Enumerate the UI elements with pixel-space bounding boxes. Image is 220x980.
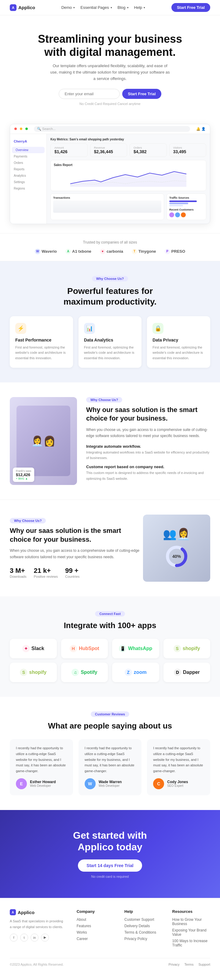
sidebar-item-payments[interactable]: Payments: [10, 153, 46, 160]
shopify-2-logo: S shopify: [20, 669, 46, 676]
integration-zoom: Z zoom: [112, 663, 159, 682]
navigation: A Applico Demo▾ Essential Pages▾ Blog▾ H…: [0, 0, 220, 15]
cta-note: No credit card is required: [10, 875, 210, 878]
donut-label: 40%: [172, 554, 181, 559]
saas1-image-inner: 👩‍💼👩 Frank's sass $12,426 + $641 ▲: [10, 397, 77, 485]
footer-privacy-link[interactable]: Privacy: [168, 963, 179, 966]
footer-col-help-title: Help: [124, 909, 162, 914]
hero-cta-button[interactable]: Start Free Trial: [122, 89, 161, 99]
feature-card-privacy: 🔒 Data Privacy First and foremost, optim…: [147, 316, 210, 368]
footer-link-privacy[interactable]: Privacy Policy: [124, 937, 162, 941]
footer-linkedin-icon[interactable]: in: [30, 934, 38, 942]
a1txbone-icon: A: [65, 249, 71, 254]
saas1-tag: Why Choose Us?: [86, 397, 122, 402]
zoom-icon: Z: [125, 669, 132, 676]
dash-topbar-icons: 🔔 👤: [196, 127, 206, 131]
dash-sidebar: CherryA Overview Payments Orders Reports…: [10, 134, 47, 224]
nav-blog[interactable]: Blog▾: [118, 5, 129, 10]
fast-performance-icon: ⚡: [15, 323, 26, 334]
review-text-1: I recently had the opportunity to utiliz…: [16, 745, 67, 774]
logo-preso: P PRESO: [165, 249, 185, 254]
dash-transactions: Transactions: [50, 194, 164, 220]
max-dot: [26, 127, 28, 130]
footer-link-works[interactable]: Works: [77, 930, 115, 934]
footer-link-career[interactable]: Career: [77, 937, 115, 941]
footer-twitter-icon[interactable]: t: [20, 934, 28, 942]
footer-facebook-icon[interactable]: f: [10, 934, 18, 942]
footer-col-help-links: Customer Support Delivery Details Terms …: [124, 918, 162, 941]
sidebar-item-overview[interactable]: Overview: [12, 147, 45, 153]
nav-demo[interactable]: Demo▾: [61, 5, 75, 10]
sidebar-item-orders[interactable]: Orders: [10, 160, 46, 166]
footer-youtube-icon[interactable]: ▶: [41, 934, 49, 942]
footer-logo-icon: A: [10, 909, 16, 915]
logo[interactable]: A Applico: [10, 4, 35, 11]
logo-tinygone: T Tinygone: [132, 249, 156, 254]
traffic-title: Traffic Sources: [169, 196, 204, 199]
footer-link-about[interactable]: About: [77, 918, 115, 922]
nav-help[interactable]: Help▾: [134, 5, 145, 10]
footer-support-link[interactable]: Support: [198, 963, 210, 966]
cta-button[interactable]: Start 14 days Free Trial: [78, 859, 142, 872]
transactions-table: [53, 200, 161, 213]
saas1-feature-desc-1: Integrating automated workflows into a S…: [86, 450, 210, 461]
nav-cta-button[interactable]: Start Free Trial: [171, 3, 210, 12]
saas2-stat-countries: 99 + Countries: [65, 567, 80, 578]
shopify-1-logo: S shopify: [174, 645, 200, 652]
saas1-headline: Why our saas solution is the smart choic…: [86, 406, 210, 423]
review-text-3: I recently had the opportunity to utiliz…: [153, 745, 204, 774]
transactions-title: Transactions: [53, 196, 161, 199]
saas2-image-inner: 👥👩‍💼 40%: [143, 515, 210, 582]
dash-chart-area: Sales Report: [50, 160, 206, 191]
saas1-feature-1: Integrate automate workflow. Integrating…: [86, 444, 210, 461]
footer-link-features[interactable]: Features: [77, 924, 115, 928]
sidebar-item-analytics[interactable]: Analytics: [10, 172, 46, 179]
footer-brand-desc: A SaaS that specializes in providing a r…: [10, 918, 65, 930]
footer-link-traffic[interactable]: 100 Ways to Increase Traffic: [172, 939, 210, 947]
saas1-feature-desc-2: This custom report is designed to addres…: [86, 470, 210, 481]
saas2-stat-downloads: 3 M+ Downloads: [10, 567, 26, 578]
reviews-headline: What are people saying about us: [10, 721, 210, 731]
dash-stats: Amount $1,426 Revenue $2,36,445 Orders $…: [50, 143, 206, 157]
dash-logo: CherryA: [10, 137, 46, 147]
footer-logo: A Applico: [10, 909, 67, 915]
sidebar-item-settings[interactable]: Settings: [10, 179, 46, 185]
trusted-logos: W Waverio A A1 txbone ♥ carbonia T Tinyg…: [10, 249, 210, 254]
footer-link-terms[interactable]: Terms & Conditions: [124, 930, 162, 934]
trusted-section: Trusted by companies of all sizes W Wave…: [0, 233, 220, 261]
cta-headline: Get started with Applico today: [10, 829, 210, 853]
footer-link-support[interactable]: Customer Support: [124, 918, 162, 922]
footer-col-help: Help Customer Support Delivery Details T…: [124, 909, 162, 950]
hero-note: No Credit Card Required Cancel anytime: [18, 102, 202, 106]
dapper-logo: D Dapper: [174, 669, 200, 676]
donut-chart: 40%: [164, 544, 189, 569]
data-analytics-icon: 📊: [84, 323, 95, 334]
nav-links: Demo▾ Essential Pages▾ Blog▾ Help▾: [61, 5, 145, 10]
dapper-icon: D: [174, 669, 181, 676]
hero-email-input[interactable]: [59, 89, 120, 99]
reviewer-3: C Cody Jones SEO Expert: [153, 778, 204, 789]
footer-col-company-links: About Features Works Career: [77, 918, 115, 941]
sidebar-item-regions[interactable]: Regions: [10, 185, 46, 192]
footer-link-brand[interactable]: Exposing Your Brand Value: [172, 928, 210, 937]
feature-desc-3: First and foremost, optimizing the websi…: [153, 345, 205, 361]
footer-link-delivery[interactable]: Delivery Details: [124, 924, 162, 928]
integration-hubspot: H HubSpot: [61, 639, 108, 658]
reviewer-info-1: Esther Howard Web Developer: [30, 780, 56, 788]
integrations-section: Connect Fast Integrate with 100+ apps ✦ …: [0, 597, 220, 697]
review-card-1: I recently had the opportunity to utiliz…: [10, 739, 73, 795]
saas1-feature-title-2: Custome report based on company need.: [86, 465, 210, 469]
footer-link-grow[interactable]: How to Grow Your Business: [172, 918, 210, 926]
saas2-stats: 3 M+ Downloads 21 k+ Positive reviews 99…: [10, 567, 143, 578]
hero-description: Our template offers unparalleled flexibi…: [49, 63, 171, 82]
reviewer-info-3: Cody Jones SEO Expert: [167, 780, 188, 788]
nav-essential[interactable]: Essential Pages▾: [80, 5, 112, 10]
footer-brand: A Applico A SaaS that specializes in pro…: [10, 909, 67, 950]
integration-spotify: ♫ Spotify: [61, 663, 108, 682]
footer-terms-link[interactable]: Terms: [185, 963, 194, 966]
sidebar-item-reports[interactable]: Reports: [10, 166, 46, 172]
footer-legal-links: Privacy Terms Support: [168, 963, 210, 966]
dash-main: Key Metrics: Sam's email shopping path y…: [47, 134, 210, 224]
cta-section: Get started with Applico today Start 14 …: [0, 810, 220, 898]
review-card-2: I recently had the opportunity to utiliz…: [78, 739, 142, 795]
